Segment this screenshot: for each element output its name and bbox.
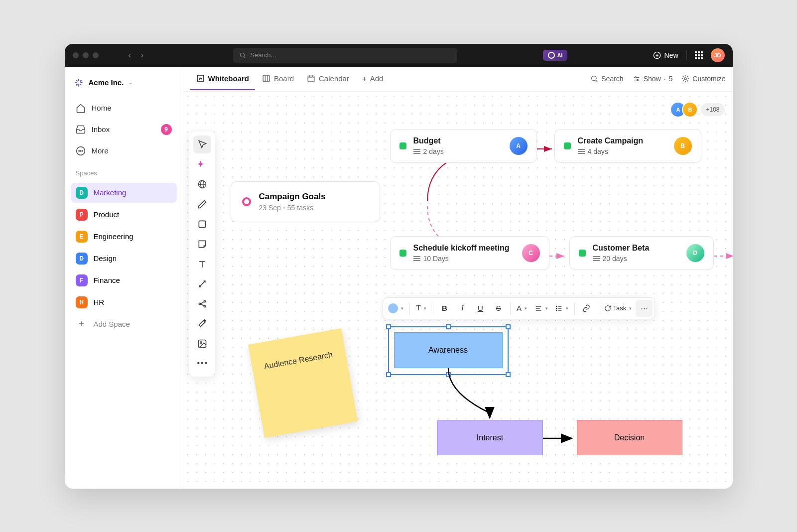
ai-button[interactable]: AI xyxy=(543,50,567,61)
tab-add-view[interactable]: + Add xyxy=(356,68,389,90)
view-search-button[interactable]: Search xyxy=(590,75,623,83)
tool-image[interactable] xyxy=(193,335,211,353)
tool-ai[interactable]: ✦ xyxy=(193,155,211,173)
tool-magic[interactable] xyxy=(193,315,211,333)
sticky-text: Audience Research xyxy=(263,350,333,370)
space-design[interactable]: D Design xyxy=(71,249,177,268)
tool-pen[interactable] xyxy=(193,195,211,213)
cursor-icon xyxy=(197,139,207,149)
collaborator-avatar[interactable]: B xyxy=(682,102,698,118)
nav-more[interactable]: More xyxy=(71,141,177,160)
connector-arrow xyxy=(543,434,578,444)
svg-line-10 xyxy=(80,84,81,85)
fmt-list[interactable]: ▾ xyxy=(552,300,571,317)
space-badge: F xyxy=(76,274,88,286)
space-hr[interactable]: H HR xyxy=(71,292,177,312)
tool-more[interactable]: ••• xyxy=(193,355,211,373)
nav-back-button[interactable]: ‹ xyxy=(125,49,135,62)
show-filter-button[interactable]: Show·5 xyxy=(633,75,673,83)
space-product[interactable]: P Product xyxy=(71,205,177,225)
resize-handle[interactable] xyxy=(386,372,391,377)
tool-connector[interactable] xyxy=(193,275,211,293)
card-schedule-kickoff[interactable]: Schedule kickoff meeting 10 Days C xyxy=(390,236,549,270)
titlebar: ‹ › Search... AI New JD xyxy=(65,44,733,67)
add-space-button[interactable]: + Add Space xyxy=(71,314,177,334)
resize-handle[interactable] xyxy=(446,324,451,329)
shape-awareness[interactable]: Awareness xyxy=(394,332,503,368)
fmt-bold[interactable]: B xyxy=(436,300,453,317)
fmt-italic[interactable]: I xyxy=(454,300,471,317)
fmt-convert-task[interactable]: Task▾ xyxy=(601,300,635,317)
resize-handle[interactable] xyxy=(386,324,391,329)
svg-point-25 xyxy=(592,76,596,81)
space-finance[interactable]: F Finance xyxy=(71,270,177,290)
fmt-more[interactable]: ⋯ xyxy=(636,300,653,317)
card-title: Create Campaign xyxy=(578,136,667,145)
sparkle-icon: ✦ xyxy=(197,159,207,169)
status-square-icon xyxy=(579,250,586,257)
fmt-text-color[interactable]: A▾ xyxy=(514,300,531,317)
nav-home[interactable]: Home xyxy=(71,99,177,118)
svg-point-48 xyxy=(556,306,556,306)
globe-icon xyxy=(197,179,207,189)
workspace-switcher[interactable]: Acme Inc. ⌄ xyxy=(71,76,177,90)
tool-shape[interactable] xyxy=(193,215,211,233)
new-button[interactable]: New xyxy=(653,51,678,59)
assignee-avatar[interactable]: B xyxy=(674,137,692,155)
svg-line-41 xyxy=(200,301,204,303)
shape-interest[interactable]: Interest xyxy=(437,420,543,455)
connector-icon xyxy=(197,279,207,289)
mindmap-icon xyxy=(197,299,207,309)
tool-text[interactable] xyxy=(193,255,211,273)
card-create-campaign[interactable]: Create Campaign 4 days B xyxy=(554,129,701,163)
tool-sticky[interactable] xyxy=(193,235,211,253)
nav-forward-button[interactable]: › xyxy=(137,49,147,62)
description-icon xyxy=(593,256,600,261)
svg-point-14 xyxy=(78,150,79,151)
collaborator-overflow[interactable]: +108 xyxy=(701,103,724,116)
space-engineering[interactable]: E Engineering xyxy=(71,227,177,247)
window-controls[interactable] xyxy=(73,52,99,58)
card-campaign-goals[interactable]: Campaign Goals 23 Sep•55 tasks xyxy=(231,181,380,222)
plus-icon: + xyxy=(76,318,88,330)
assignee-avatar[interactable]: C xyxy=(522,244,540,262)
fmt-font[interactable]: T▾ xyxy=(413,300,430,317)
svg-point-29 xyxy=(635,77,636,78)
assignee-avatar[interactable]: A xyxy=(510,137,528,155)
resize-handle[interactable] xyxy=(506,324,511,329)
shape-label: Interest xyxy=(477,433,503,442)
tab-whiteboard[interactable]: Whiteboard xyxy=(190,68,256,90)
tool-web[interactable] xyxy=(193,175,211,193)
sticky-note[interactable]: Audience Research xyxy=(248,328,357,437)
resize-handle[interactable] xyxy=(506,372,511,377)
space-marketing[interactable]: D Marketing xyxy=(71,183,177,203)
fmt-underline[interactable]: U xyxy=(472,300,489,317)
tab-calendar[interactable]: Calendar xyxy=(301,68,355,90)
search-icon xyxy=(239,52,246,59)
global-search-input[interactable]: Search... xyxy=(233,48,457,63)
search-placeholder: Search... xyxy=(250,51,276,59)
user-avatar[interactable]: JD xyxy=(711,48,725,62)
fmt-align[interactable]: ▾ xyxy=(531,300,551,317)
space-badge: D xyxy=(76,253,88,265)
apps-menu-button[interactable] xyxy=(695,51,703,59)
fmt-link[interactable] xyxy=(578,300,595,317)
fmt-strikethrough[interactable]: S xyxy=(490,300,507,317)
tab-board[interactable]: Board xyxy=(256,68,300,90)
assignee-avatar[interactable]: D xyxy=(686,244,704,262)
inbox-icon xyxy=(76,125,86,134)
plus-icon: + xyxy=(362,74,367,83)
whiteboard-canvas[interactable]: A B +108 ✦ ••• xyxy=(183,92,733,489)
plus-circle-icon xyxy=(653,51,661,59)
view-tabs: Whiteboard Board Calendar + Add xyxy=(183,67,733,92)
resize-handle[interactable] xyxy=(446,372,451,377)
fmt-fill-color[interactable]: ▾ xyxy=(385,300,406,317)
card-customer-beta[interactable]: Customer Beta 20 days D xyxy=(569,236,714,270)
customize-button[interactable]: Customize xyxy=(681,75,725,83)
nav-inbox[interactable]: Inbox 9 xyxy=(71,120,177,139)
space-badge: P xyxy=(76,209,88,221)
tool-mindmap[interactable] xyxy=(193,295,211,313)
card-budget[interactable]: Budget 2 days A xyxy=(390,129,537,163)
shape-decision[interactable]: Decision xyxy=(577,420,682,455)
tool-select[interactable] xyxy=(193,135,211,153)
